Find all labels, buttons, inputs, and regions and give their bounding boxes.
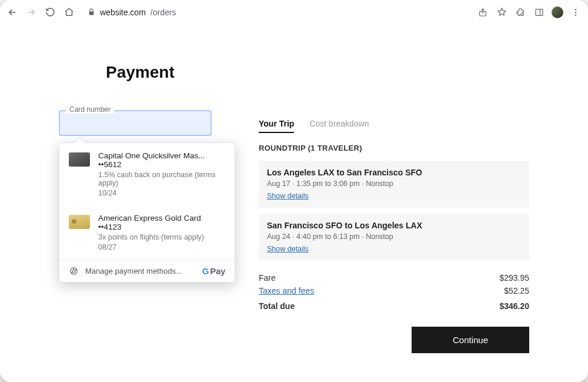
card-suggestion-expiry: 08/27 bbox=[98, 243, 225, 251]
card-number-input[interactable] bbox=[60, 111, 211, 135]
leg-title: San Francisco SFO to Los Angeles LAX bbox=[267, 221, 521, 230]
card-suggestion[interactable]: Capital One Quicksilver Mas... ••5612 1.… bbox=[59, 143, 235, 205]
flight-leg: Los Angeles LAX to San Francisco SFO Aug… bbox=[259, 161, 529, 208]
trip-heading: ROUNDTRIP (1 TRAVELER) bbox=[259, 144, 529, 152]
price-row-fare: Fare $293.95 bbox=[259, 271, 529, 284]
svg-point-3 bbox=[575, 11, 576, 12]
home-icon[interactable] bbox=[62, 6, 75, 19]
card-art-icon bbox=[69, 215, 90, 229]
card-number-field[interactable]: Card number bbox=[59, 110, 212, 136]
panel-icon[interactable] bbox=[533, 6, 546, 19]
show-details-link[interactable]: Show details bbox=[267, 245, 309, 253]
reload-icon[interactable] bbox=[44, 6, 56, 19]
tab-cost-breakdown[interactable]: Cost breakdown bbox=[309, 119, 369, 133]
price-summary: Fare $293.95 Taxes and fees $52.25 Total… bbox=[259, 271, 529, 313]
profile-avatar[interactable] bbox=[552, 6, 563, 18]
card-suggestion-sub: 3x points on flights (terms apply) bbox=[98, 233, 225, 241]
address-bar[interactable]: website.com/orders bbox=[87, 8, 176, 17]
svg-point-4 bbox=[575, 14, 576, 15]
browser-toolbar: website.com/orders bbox=[0, 0, 588, 25]
price-row-taxes: Taxes and fees $52.25 bbox=[259, 284, 529, 297]
fare-value: $293.95 bbox=[499, 273, 529, 283]
autofill-footer: Manage payment methods... GPay bbox=[59, 260, 235, 282]
lock-icon bbox=[87, 8, 95, 16]
card-number-label: Card number bbox=[66, 105, 114, 114]
kebab-menu-icon[interactable] bbox=[569, 6, 582, 19]
total-value: $346.20 bbox=[499, 301, 529, 311]
forward-icon[interactable] bbox=[25, 6, 38, 19]
card-suggestion[interactable]: American Express Gold Card ••4123 3x poi… bbox=[59, 205, 235, 260]
card-suggestion-title: American Express Gold Card ••4123 bbox=[98, 214, 225, 231]
share-icon[interactable] bbox=[476, 6, 489, 19]
trip-summary: Your Trip Cost breakdown ROUNDTRIP (1 TR… bbox=[259, 60, 529, 353]
bookmark-icon[interactable] bbox=[495, 6, 508, 19]
card-suggestion-title: Capital One Quicksilver Mas... ••5612 bbox=[98, 151, 225, 169]
page-content: Payment Card number Capital One Quicksil… bbox=[0, 25, 588, 382]
leg-title: Los Angeles LAX to San Francisco SFO bbox=[267, 168, 521, 177]
tab-your-trip[interactable]: Your Trip bbox=[259, 119, 294, 133]
trip-tabs: Your Trip Cost breakdown bbox=[259, 119, 529, 133]
card-art-icon bbox=[69, 152, 90, 167]
total-label: Total due bbox=[259, 301, 295, 311]
show-details-link[interactable]: Show details bbox=[267, 192, 309, 200]
gpay-logo: GPay bbox=[202, 266, 225, 276]
card-suggestion-sub: 1.5% cash back on purchase (terms apply) bbox=[98, 171, 225, 187]
svg-point-2 bbox=[575, 9, 576, 10]
taxes-value: $52.25 bbox=[504, 286, 529, 295]
leg-meta: Aug 17 · 1:35 pm to 3:06 pm · Nonstop bbox=[267, 180, 521, 188]
card-autofill-dropdown: Capital One Quicksilver Mas... ••5612 1.… bbox=[59, 142, 235, 283]
url-host: website.com bbox=[100, 8, 146, 17]
extensions-icon[interactable] bbox=[514, 6, 527, 19]
url-path: /orders bbox=[151, 8, 176, 17]
browser-window: website.com/orders Payment Card number bbox=[0, 0, 588, 382]
back-icon[interactable] bbox=[6, 6, 19, 19]
card-suggestion-expiry: 10/24 bbox=[98, 189, 225, 197]
chrome-logo-icon bbox=[69, 267, 78, 276]
taxes-link[interactable]: Taxes and fees bbox=[259, 286, 314, 295]
continue-button[interactable]: Continue bbox=[412, 327, 529, 353]
fare-label: Fare bbox=[259, 273, 276, 283]
manage-payment-link[interactable]: Manage payment methods... bbox=[85, 267, 182, 275]
leg-meta: Aug 24 · 4:40 pm to 6:13 pm · Nonstop bbox=[267, 232, 521, 241]
price-row-total: Total due $346.20 bbox=[259, 300, 529, 313]
flight-leg: San Francisco SFO to Los Angeles LAX Aug… bbox=[259, 214, 529, 261]
payment-form: Card number Capital One Quicksilver Mas.… bbox=[59, 60, 212, 353]
svg-rect-1 bbox=[536, 9, 543, 15]
